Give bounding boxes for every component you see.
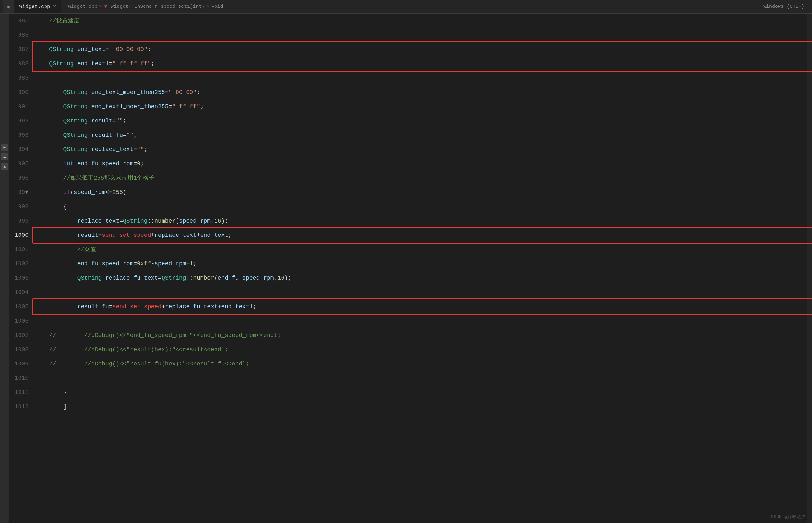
breadcrumb-file: widget.cpp (68, 4, 97, 10)
active-tab[interactable]: widget.cpp × (14, 0, 62, 13)
code-line-1003: QString replace_fu_text=QString::number(… (35, 271, 807, 285)
line-num-1009: 1009 (9, 357, 35, 371)
line-num-997: 997 (9, 185, 35, 199)
line-num-990: 990 (9, 85, 35, 100)
code-line-1012: ] (35, 400, 807, 414)
tab-filename: widget.cpp (19, 4, 50, 10)
right-scrollbar[interactable] (807, 14, 812, 523)
left-btn-2[interactable]: ▬ (1, 153, 8, 161)
breadcrumb-sep2: > (207, 4, 209, 10)
lines-wrapper: //设置速度 QString end_text=" 00 00 00"; QSt… (35, 14, 807, 414)
line-num-993: 993 (9, 128, 35, 142)
line-num-996: 996 (9, 171, 35, 185)
line-num-992: 992 (9, 114, 35, 128)
line-num-1006: 1006 (9, 314, 35, 328)
code-line-1004 (35, 285, 807, 300)
code-line-990: QString end_text_moer_then255=" 00 00"; (35, 85, 807, 100)
left-panel: ▶ ▬ ▲ (0, 14, 9, 523)
left-btn-3[interactable]: ▲ (1, 163, 8, 170)
heart-icon: ♥ (104, 4, 107, 10)
tab-bar: ◀ widget.cpp × widget.cpp > ♥ Widget::In… (0, 0, 812, 14)
line-num-1000: 1000 (9, 228, 35, 242)
code-content: //设置速度 QString end_text=" 00 00 00"; QSt… (35, 14, 807, 523)
code-line-1010 (35, 371, 807, 385)
code-line-986 (35, 28, 807, 42)
code-line-1000: result=send_set_speed+replace_text+end_t… (35, 228, 807, 242)
code-line-993: QString result_fu=""; (35, 128, 807, 142)
code-line-1001: //页值 (35, 242, 807, 257)
code-line-1007: // //qDebug()<<"end_fu_speed_rpm:"<<end_… (35, 328, 807, 342)
line-num-995: 995 (9, 157, 35, 171)
line-numbers: 9859869879889899909919929939949959969979… (9, 14, 35, 523)
os-label: Windows (CRLF) (758, 4, 809, 10)
code-line-988: QString end_text1=" ff ff ff"; (35, 56, 807, 71)
code-line-1006 (35, 314, 807, 328)
breadcrumb-return: void (211, 4, 223, 10)
breadcrumb-method: Widget::InSend_r_speed_set1(int) (111, 4, 205, 10)
line-num-1002: 1002 (9, 257, 35, 271)
code-area: ▶ ▬ ▲ 9859869879889899909919929939949959… (0, 14, 812, 523)
line-num-1011: 1011 (9, 385, 35, 400)
code-line-1005: result_fu=send_set_speed+replace_fu_text… (35, 300, 807, 314)
line-num-998: 998 (9, 199, 35, 214)
code-line-998: { (35, 199, 807, 214)
code-line-987: QString end_text=" 00 00 00"; (35, 42, 807, 56)
code-line-992: QString result=""; (35, 114, 807, 128)
line-num-999: 999 (9, 214, 35, 228)
line-num-987: 987 (9, 42, 35, 56)
line-num-1001: 1001 (9, 242, 35, 257)
fold-indicator-997[interactable]: ▼ (25, 185, 28, 199)
code-line-996: //如果低于255那么只占用1个格子 (35, 171, 807, 185)
line-num-986: 986 (9, 28, 35, 42)
line-num-1007: 1007 (9, 328, 35, 342)
line-num-994: 994 (9, 142, 35, 157)
line-num-1005: 1005 (9, 300, 35, 314)
code-line-1011: } (35, 385, 807, 400)
code-line-985: //设置速度 (35, 14, 807, 28)
code-line-997: ▼ if(speed_rpm<=255) (35, 185, 807, 199)
code-line-995: int end_fu_speed_rpm=0; (35, 157, 807, 171)
editor-container: ◀ widget.cpp × widget.cpp > ♥ Widget::In… (0, 0, 812, 523)
code-line-989 (35, 71, 807, 85)
line-num-1012: 1012 (9, 400, 35, 414)
code-line-991: QString end_text1_moer_then255=" ff ff"; (35, 100, 807, 114)
code-line-1008: // //qDebug()<<"result(hex):"<<result<<e… (35, 342, 807, 357)
line-num-985: 985 (9, 14, 35, 28)
tab-prev: ◀ (3, 0, 14, 13)
line-num-1010: 1010 (9, 371, 35, 385)
line-num-1003: 1003 (9, 271, 35, 285)
line-num-991: 991 (9, 100, 35, 114)
line-num-1004: 1004 (9, 285, 35, 300)
code-line-1009: // //qDebug()<<"result_fu(hex):"<<result… (35, 357, 807, 371)
breadcrumb-area: widget.cpp > ♥ Widget::InSend_r_speed_se… (61, 4, 758, 10)
line-num-988: 988 (9, 56, 35, 71)
close-icon[interactable]: × (53, 4, 56, 10)
watermark: CSDN @好奇龙猫 (771, 514, 806, 520)
breadcrumb-sep1: > (99, 4, 102, 10)
code-line-994: QString replace_text=""; (35, 142, 807, 157)
left-btn-1[interactable]: ▶ (1, 144, 8, 151)
line-num-989: 989 (9, 71, 35, 85)
code-line-999: replace_text=QString::number(speed_rpm,1… (35, 214, 807, 228)
code-line-1002: end_fu_speed_rpm=0xff-speed_rpm+1; (35, 257, 807, 271)
line-num-1008: 1008 (9, 342, 35, 357)
